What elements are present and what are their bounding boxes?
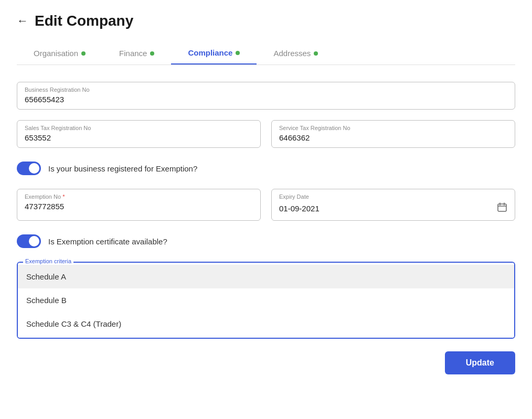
tab-organisation-dot [81,51,86,56]
service-tax-field[interactable]: Service Tax Registration No 6466362 [271,120,515,148]
sales-tax-value: 653552 [25,133,253,142]
back-button[interactable]: ← [17,14,28,28]
tab-finance-label: Finance [119,49,147,58]
tab-addresses[interactable]: Addresses [257,42,335,65]
calendar-icon[interactable] [497,202,507,215]
service-tax-label: Service Tax Registration No [279,125,507,131]
business-reg-label: Business Registration No [25,87,507,93]
page-title: Edit Company [35,13,133,29]
tab-finance-dot [150,51,154,56]
option-schedule-c3c4[interactable]: Schedule C3 & C4 (Trader) [18,312,514,336]
tab-finance[interactable]: Finance [102,42,171,65]
tabs-container: Organisation Finance Compliance Addresse… [17,42,515,65]
compliance-form: Business Registration No 656655423 Sales… [17,82,515,339]
expiry-date-label: Expiry Date [279,194,507,200]
tab-compliance-dot [236,51,240,55]
sales-tax-label: Sales Tax Registration No [25,125,253,131]
sales-tax-field[interactable]: Sales Tax Registration No 653552 [17,120,261,148]
exemption-toggle-label: Is your business registered for Exemptio… [48,164,197,173]
business-reg-field[interactable]: Business Registration No 656655423 [17,82,515,110]
update-button[interactable]: Update [445,351,515,374]
option-schedule-a[interactable]: Schedule A [18,265,514,288]
tab-addresses-dot [314,51,318,56]
expiry-date-row: 01-09-2021 [279,202,507,215]
exemption-criteria-options: Schedule A Schedule B Schedule C3 & C4 (… [18,263,514,338]
service-tax-value: 6466362 [279,133,507,142]
exemption-toggle-row: Is your business registered for Exemptio… [17,162,515,175]
tab-compliance-label: Compliance [188,48,232,57]
exemption-criteria-label: Exemption criteria [23,258,73,264]
page-header: ← Edit Company [17,13,515,29]
exemption-no-value: 473772855 [25,202,253,211]
exemption-no-label: Exemption No * [25,194,253,200]
exemption-criteria-dropdown[interactable]: Exemption criteria Schedule A Schedule B… [17,262,515,339]
business-reg-value: 656655423 [25,95,507,104]
certificate-toggle-row: Is Exemption certificate available? [17,234,515,248]
svg-rect-0 [498,204,506,211]
tab-organisation[interactable]: Organisation [17,42,102,65]
exemption-toggle[interactable] [17,162,41,175]
tab-compliance[interactable]: Compliance [171,42,257,65]
business-reg-row: Business Registration No 656655423 [17,82,515,110]
tab-organisation-label: Organisation [34,49,78,58]
exemption-details-row: Exemption No * 473772855 Expiry Date 01-… [17,189,515,221]
tax-reg-row: Sales Tax Registration No 653552 Service… [17,120,515,148]
certificate-toggle-label: Is Exemption certificate available? [48,237,167,246]
expiry-date-field[interactable]: Expiry Date 01-09-2021 [271,189,515,221]
exemption-no-field[interactable]: Exemption No * 473772855 [17,189,261,221]
expiry-date-value: 01-09-2021 [279,204,320,213]
edit-company-page: ← Edit Company Organisation Finance Comp… [0,0,532,419]
option-schedule-b[interactable]: Schedule B [18,288,514,312]
tab-addresses-label: Addresses [273,49,311,58]
certificate-toggle[interactable] [17,234,41,248]
update-button-row: Update [17,351,515,374]
